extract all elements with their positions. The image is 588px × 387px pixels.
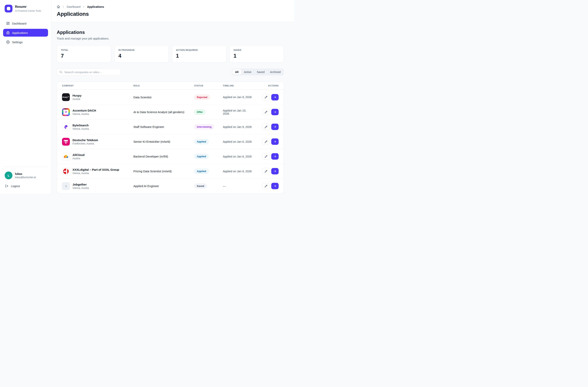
filter-tab-saved[interactable]: Saved (254, 69, 267, 75)
sidebar-item-applications[interactable]: Applications (3, 29, 48, 37)
open-application-button[interactable] (271, 153, 279, 160)
breadcrumb: Dashboard Applications (57, 5, 284, 8)
logout-label: Logout (11, 184, 20, 188)
arrow-right-icon (273, 111, 276, 114)
status-badge: Saved (194, 183, 207, 188)
breadcrumb-applications: Applications (87, 5, 104, 8)
open-application-button[interactable] (271, 124, 279, 130)
column-header-status: STATUS (194, 85, 223, 87)
pencil-icon (265, 111, 267, 114)
column-header-company: COMPANY (62, 85, 133, 87)
company-location: Vienna, Austria (73, 187, 89, 189)
role-cell: Staff Software Engineer (133, 125, 194, 129)
edit-button[interactable] (262, 153, 270, 160)
column-header-role: ROLE (133, 85, 194, 87)
page-header: Dashboard Applications Applications (51, 0, 294, 22)
allcloud-logo-icon (62, 153, 70, 160)
pencil-icon (265, 96, 267, 98)
search-input[interactable] (57, 68, 121, 76)
stat-label: IN PROGRESS (118, 49, 165, 51)
filter-tabs: All Active Saved Archived (232, 68, 284, 75)
pencil-icon (265, 170, 267, 173)
table-row: Huspy™ Huspy Austria Data Scientist Reje… (57, 90, 284, 105)
company-name: XXXLdigital – Part of XXXL Group (73, 168, 119, 171)
stats-row: TOTAL 7 IN PROGRESS 4 ACTION REQUIRED 1 … (57, 45, 284, 63)
search-box (57, 68, 121, 76)
open-application-button[interactable] (271, 168, 279, 174)
xxxldigital-logo-icon (62, 167, 70, 175)
open-application-button[interactable] (271, 94, 279, 100)
role-cell: AI & Data Science Analyst (all genders) (133, 110, 194, 114)
timeline-cell: Applied on Jan 6, 2026 (223, 140, 253, 143)
company-location: Vienna, Austria (73, 113, 96, 115)
applications-table: COMPANY ROLE STATUS TIMELINE ACTIONS Hus… (57, 82, 284, 193)
open-application-button[interactable] (271, 183, 279, 189)
user-info: L lukas lukas@burtscher.at (3, 172, 48, 179)
stat-value: 1 (233, 53, 280, 59)
timeline-cell: Applied on Jan 9, 2026 (223, 125, 253, 129)
table-row: XXXLdigital – Part of XXXL Group Vienna,… (57, 164, 284, 179)
huspy-logo-icon: Huspy™ (62, 93, 70, 101)
telekom-logo-icon (62, 138, 70, 146)
table-row: > Accenture DACH Vienna, Austria AI & Da… (57, 105, 284, 119)
role-cell: Pricing Data Scientist (m/w/d) (133, 170, 194, 173)
arrow-right-icon (273, 140, 276, 143)
section-title: Applications (57, 30, 284, 35)
brand-name: Resumr (15, 5, 41, 9)
stat-card-in-progress: IN PROGRESS 4 (114, 45, 169, 63)
accenture-logo-icon: > (62, 108, 70, 116)
edit-button[interactable] (262, 168, 270, 174)
edit-button[interactable] (262, 183, 270, 189)
table-row: Deutsche Telekom Fünfkirchen, Austria Se… (57, 134, 284, 149)
edit-button[interactable] (262, 124, 270, 130)
arrow-right-icon (273, 125, 276, 128)
status-badge: Applied (194, 169, 209, 174)
filter-tab-active[interactable]: Active (241, 69, 254, 75)
stat-card-action-required: ACTION REQUIRED 1 (172, 45, 226, 63)
status-badge: Applied (194, 139, 209, 144)
sidebar-nav: Dashboard Applications Settings (3, 20, 48, 46)
edit-button[interactable] (262, 94, 270, 100)
section-subtitle: Track and manage your job applications. (57, 37, 284, 40)
edit-button[interactable] (262, 138, 270, 145)
stat-label: SAVED (233, 49, 280, 51)
avatar: L (5, 172, 12, 179)
role-cell: Applied AI Engineer (133, 184, 194, 188)
stat-value: 7 (61, 53, 107, 59)
sidebar-item-settings[interactable]: Settings (3, 38, 48, 46)
edit-button[interactable] (262, 109, 270, 115)
company-name: ByteSearch (73, 124, 89, 127)
logout-icon (5, 184, 8, 188)
open-application-button[interactable] (271, 109, 279, 115)
table-row: J Jobgether Vienna, Austria Applied AI E… (57, 179, 284, 193)
filter-tab-archived[interactable]: Archived (267, 69, 283, 75)
role-cell: Senior KI-Entwickler (m/w/d) (133, 140, 194, 143)
sidebar-item-label: Applications (12, 31, 28, 34)
home-icon[interactable] (57, 5, 60, 8)
company-location: Vienna, Austria (73, 172, 119, 175)
column-header-timeline: TIMELINE (223, 85, 253, 87)
timeline-cell: — (223, 184, 253, 188)
status-badge: Offer (194, 110, 205, 114)
sidebar-item-label: Settings (12, 41, 22, 44)
company-location: Vienna, Austria (73, 128, 89, 130)
timeline-cell: Applied on Jan 8, 2026 (223, 170, 253, 173)
status-badge: Applied (194, 154, 209, 159)
pencil-icon (265, 126, 267, 128)
column-header-actions: ACTIONS (253, 85, 279, 87)
briefcase-icon (6, 31, 10, 34)
status-badge: Interviewing (194, 124, 214, 129)
breadcrumb-dashboard[interactable]: Dashboard (67, 5, 81, 8)
stat-value: 1 (176, 53, 222, 59)
sidebar-item-dashboard[interactable]: Dashboard (3, 20, 48, 27)
role-cell: Backend Developer (m/f/d) (133, 155, 194, 158)
resumr-logo-icon (5, 5, 12, 12)
role-cell: Data Scientist (133, 96, 194, 99)
timeline-cell: Applied on Jan 10, 2026 (223, 109, 253, 115)
table-row: ByteSearch Vienna, Austria Staff Softwar… (57, 119, 284, 134)
filter-tab-all[interactable]: All (232, 69, 241, 75)
stat-label: ACTION REQUIRED (176, 49, 222, 51)
pencil-icon (265, 140, 267, 143)
logout-button[interactable]: Logout (3, 184, 48, 188)
open-application-button[interactable] (271, 138, 279, 145)
